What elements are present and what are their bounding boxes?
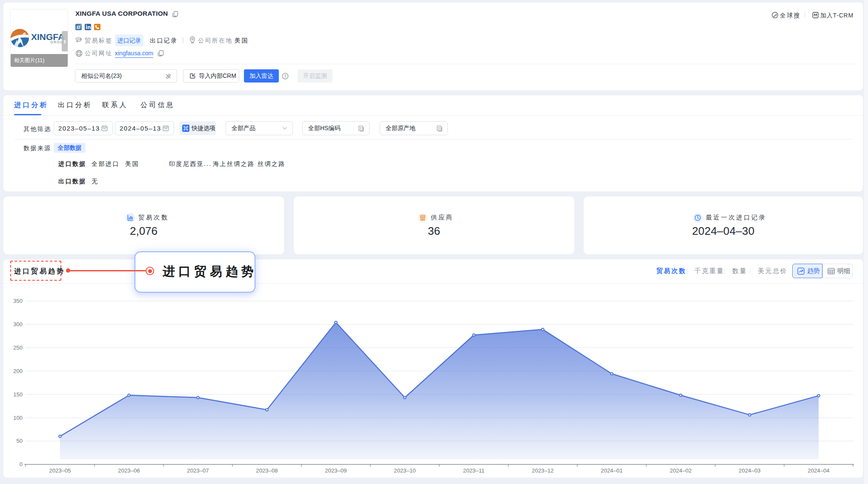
- svg-text:2023–12: 2023–12: [532, 467, 553, 474]
- svg-text:2024–02: 2024–02: [670, 467, 691, 474]
- svg-text:250: 250: [13, 344, 23, 351]
- svg-text:150: 150: [13, 391, 23, 398]
- svg-text:200: 200: [13, 368, 23, 374]
- svg-text:2024–04: 2024–04: [808, 467, 829, 474]
- svg-text:2024–03: 2024–03: [739, 467, 760, 474]
- svg-text:300: 300: [13, 321, 23, 327]
- svg-text:2023–10: 2023–10: [394, 467, 415, 474]
- svg-text:2023–06: 2023–06: [118, 467, 140, 474]
- svg-text:2023–11: 2023–11: [463, 467, 484, 474]
- svg-text:2023–09: 2023–09: [325, 467, 347, 474]
- svg-text:2024–01: 2024–01: [601, 467, 622, 474]
- svg-text:50: 50: [17, 438, 23, 444]
- svg-text:2023–05: 2023–05: [49, 467, 71, 474]
- svg-text:0: 0: [20, 461, 23, 467]
- svg-text:100: 100: [13, 415, 23, 421]
- svg-text:350: 350: [13, 298, 23, 304]
- svg-text:2023–07: 2023–07: [187, 467, 209, 474]
- svg-text:2023–08: 2023–08: [256, 467, 278, 474]
